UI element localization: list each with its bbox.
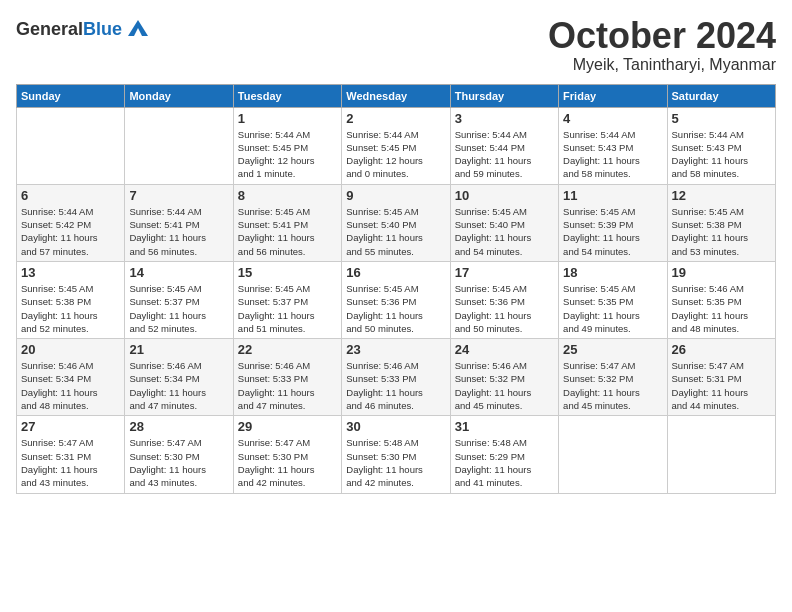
- day-number: 5: [672, 111, 771, 126]
- day-info: Sunrise: 5:45 AM Sunset: 5:38 PM Dayligh…: [21, 282, 120, 335]
- day-info: Sunrise: 5:44 AM Sunset: 5:43 PM Dayligh…: [672, 128, 771, 181]
- day-number: 23: [346, 342, 445, 357]
- calendar-cell: [17, 107, 125, 184]
- calendar-cell: 12Sunrise: 5:45 AM Sunset: 5:38 PM Dayli…: [667, 184, 775, 261]
- calendar-cell: 26Sunrise: 5:47 AM Sunset: 5:31 PM Dayli…: [667, 339, 775, 416]
- day-number: 13: [21, 265, 120, 280]
- calendar-table: SundayMondayTuesdayWednesdayThursdayFrid…: [16, 84, 776, 494]
- calendar-cell: 10Sunrise: 5:45 AM Sunset: 5:40 PM Dayli…: [450, 184, 558, 261]
- calendar-cell: 7Sunrise: 5:44 AM Sunset: 5:41 PM Daylig…: [125, 184, 233, 261]
- calendar-week-row: 27Sunrise: 5:47 AM Sunset: 5:31 PM Dayli…: [17, 416, 776, 493]
- calendar-cell: [125, 107, 233, 184]
- day-number: 17: [455, 265, 554, 280]
- day-info: Sunrise: 5:46 AM Sunset: 5:33 PM Dayligh…: [346, 359, 445, 412]
- calendar-cell: 28Sunrise: 5:47 AM Sunset: 5:30 PM Dayli…: [125, 416, 233, 493]
- day-number: 24: [455, 342, 554, 357]
- logo: GeneralBlue: [16, 16, 152, 44]
- day-number: 25: [563, 342, 662, 357]
- day-info: Sunrise: 5:45 AM Sunset: 5:41 PM Dayligh…: [238, 205, 337, 258]
- calendar-cell: 2Sunrise: 5:44 AM Sunset: 5:45 PM Daylig…: [342, 107, 450, 184]
- day-info: Sunrise: 5:45 AM Sunset: 5:40 PM Dayligh…: [346, 205, 445, 258]
- day-info: Sunrise: 5:45 AM Sunset: 5:35 PM Dayligh…: [563, 282, 662, 335]
- calendar-cell: 29Sunrise: 5:47 AM Sunset: 5:30 PM Dayli…: [233, 416, 341, 493]
- calendar-day-header: Tuesday: [233, 84, 341, 107]
- day-number: 2: [346, 111, 445, 126]
- calendar-cell: 31Sunrise: 5:48 AM Sunset: 5:29 PM Dayli…: [450, 416, 558, 493]
- day-number: 20: [21, 342, 120, 357]
- calendar-cell: 3Sunrise: 5:44 AM Sunset: 5:44 PM Daylig…: [450, 107, 558, 184]
- day-info: Sunrise: 5:48 AM Sunset: 5:29 PM Dayligh…: [455, 436, 554, 489]
- calendar-cell: 24Sunrise: 5:46 AM Sunset: 5:32 PM Dayli…: [450, 339, 558, 416]
- day-number: 11: [563, 188, 662, 203]
- calendar-cell: 1Sunrise: 5:44 AM Sunset: 5:45 PM Daylig…: [233, 107, 341, 184]
- day-number: 14: [129, 265, 228, 280]
- day-info: Sunrise: 5:44 AM Sunset: 5:42 PM Dayligh…: [21, 205, 120, 258]
- day-number: 31: [455, 419, 554, 434]
- calendar-cell: 11Sunrise: 5:45 AM Sunset: 5:39 PM Dayli…: [559, 184, 667, 261]
- day-number: 30: [346, 419, 445, 434]
- day-info: Sunrise: 5:47 AM Sunset: 5:31 PM Dayligh…: [672, 359, 771, 412]
- day-info: Sunrise: 5:47 AM Sunset: 5:32 PM Dayligh…: [563, 359, 662, 412]
- calendar-cell: 4Sunrise: 5:44 AM Sunset: 5:43 PM Daylig…: [559, 107, 667, 184]
- day-info: Sunrise: 5:45 AM Sunset: 5:36 PM Dayligh…: [346, 282, 445, 335]
- day-info: Sunrise: 5:45 AM Sunset: 5:38 PM Dayligh…: [672, 205, 771, 258]
- day-number: 26: [672, 342, 771, 357]
- day-info: Sunrise: 5:46 AM Sunset: 5:32 PM Dayligh…: [455, 359, 554, 412]
- day-info: Sunrise: 5:46 AM Sunset: 5:33 PM Dayligh…: [238, 359, 337, 412]
- day-info: Sunrise: 5:45 AM Sunset: 5:37 PM Dayligh…: [238, 282, 337, 335]
- day-number: 3: [455, 111, 554, 126]
- day-number: 16: [346, 265, 445, 280]
- calendar-cell: 25Sunrise: 5:47 AM Sunset: 5:32 PM Dayli…: [559, 339, 667, 416]
- day-number: 29: [238, 419, 337, 434]
- calendar-day-header: Friday: [559, 84, 667, 107]
- day-info: Sunrise: 5:46 AM Sunset: 5:35 PM Dayligh…: [672, 282, 771, 335]
- logo-blue: Blue: [83, 19, 122, 39]
- day-info: Sunrise: 5:48 AM Sunset: 5:30 PM Dayligh…: [346, 436, 445, 489]
- title-block: October 2024 Myeik, Tanintharyi, Myanmar: [548, 16, 776, 74]
- calendar-cell: 5Sunrise: 5:44 AM Sunset: 5:43 PM Daylig…: [667, 107, 775, 184]
- calendar-cell: 22Sunrise: 5:46 AM Sunset: 5:33 PM Dayli…: [233, 339, 341, 416]
- day-number: 27: [21, 419, 120, 434]
- day-info: Sunrise: 5:46 AM Sunset: 5:34 PM Dayligh…: [129, 359, 228, 412]
- day-number: 21: [129, 342, 228, 357]
- day-info: Sunrise: 5:44 AM Sunset: 5:41 PM Dayligh…: [129, 205, 228, 258]
- calendar-cell: 23Sunrise: 5:46 AM Sunset: 5:33 PM Dayli…: [342, 339, 450, 416]
- calendar-day-header: Sunday: [17, 84, 125, 107]
- calendar-cell: 30Sunrise: 5:48 AM Sunset: 5:30 PM Dayli…: [342, 416, 450, 493]
- day-number: 10: [455, 188, 554, 203]
- calendar-cell: 21Sunrise: 5:46 AM Sunset: 5:34 PM Dayli…: [125, 339, 233, 416]
- day-info: Sunrise: 5:45 AM Sunset: 5:40 PM Dayligh…: [455, 205, 554, 258]
- calendar-cell: 15Sunrise: 5:45 AM Sunset: 5:37 PM Dayli…: [233, 261, 341, 338]
- day-info: Sunrise: 5:44 AM Sunset: 5:45 PM Dayligh…: [238, 128, 337, 181]
- calendar-week-row: 6Sunrise: 5:44 AM Sunset: 5:42 PM Daylig…: [17, 184, 776, 261]
- calendar-cell: 8Sunrise: 5:45 AM Sunset: 5:41 PM Daylig…: [233, 184, 341, 261]
- page-header: GeneralBlue October 2024 Myeik, Tanintha…: [16, 16, 776, 74]
- calendar-cell: 27Sunrise: 5:47 AM Sunset: 5:31 PM Dayli…: [17, 416, 125, 493]
- day-number: 6: [21, 188, 120, 203]
- calendar-header-row: SundayMondayTuesdayWednesdayThursdayFrid…: [17, 84, 776, 107]
- calendar-cell: [667, 416, 775, 493]
- day-info: Sunrise: 5:47 AM Sunset: 5:30 PM Dayligh…: [238, 436, 337, 489]
- day-info: Sunrise: 5:46 AM Sunset: 5:34 PM Dayligh…: [21, 359, 120, 412]
- calendar-cell: 13Sunrise: 5:45 AM Sunset: 5:38 PM Dayli…: [17, 261, 125, 338]
- day-number: 28: [129, 419, 228, 434]
- calendar-cell: [559, 416, 667, 493]
- month-title: October 2024: [548, 16, 776, 56]
- calendar-cell: 20Sunrise: 5:46 AM Sunset: 5:34 PM Dayli…: [17, 339, 125, 416]
- day-info: Sunrise: 5:47 AM Sunset: 5:30 PM Dayligh…: [129, 436, 228, 489]
- logo-icon: [124, 16, 152, 44]
- calendar-cell: 19Sunrise: 5:46 AM Sunset: 5:35 PM Dayli…: [667, 261, 775, 338]
- calendar-cell: 9Sunrise: 5:45 AM Sunset: 5:40 PM Daylig…: [342, 184, 450, 261]
- day-info: Sunrise: 5:45 AM Sunset: 5:36 PM Dayligh…: [455, 282, 554, 335]
- calendar-cell: 18Sunrise: 5:45 AM Sunset: 5:35 PM Dayli…: [559, 261, 667, 338]
- calendar-day-header: Saturday: [667, 84, 775, 107]
- day-info: Sunrise: 5:45 AM Sunset: 5:37 PM Dayligh…: [129, 282, 228, 335]
- calendar-cell: 6Sunrise: 5:44 AM Sunset: 5:42 PM Daylig…: [17, 184, 125, 261]
- day-number: 12: [672, 188, 771, 203]
- day-number: 4: [563, 111, 662, 126]
- day-number: 18: [563, 265, 662, 280]
- calendar-cell: 17Sunrise: 5:45 AM Sunset: 5:36 PM Dayli…: [450, 261, 558, 338]
- day-number: 15: [238, 265, 337, 280]
- day-number: 1: [238, 111, 337, 126]
- day-number: 9: [346, 188, 445, 203]
